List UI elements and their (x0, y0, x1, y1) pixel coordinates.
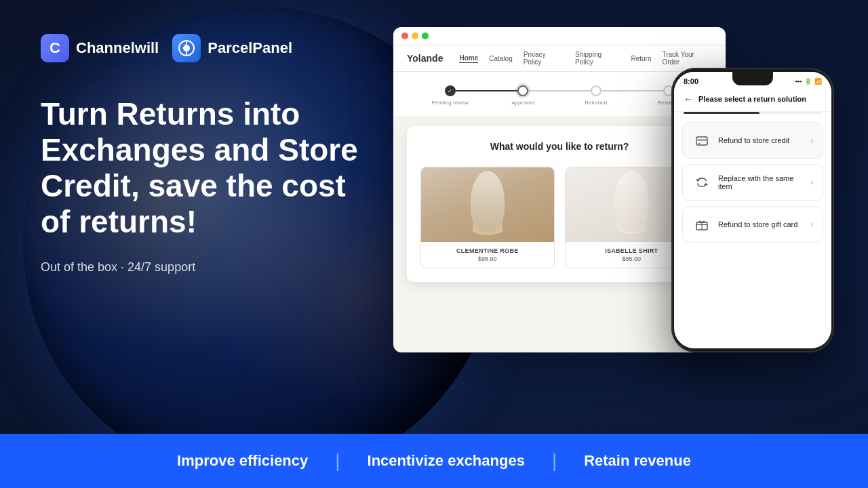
right-panel: Yolande Home Catalog Privacy Policy Ship… (380, 27, 827, 413)
nav-privacy[interactable]: Privacy Policy (524, 51, 564, 66)
browser-top-bar (393, 27, 726, 45)
phone-mockup: 8:00 ▪▪▪ 🔋 📶 ← Please select a return so… (671, 68, 834, 352)
svg-point-4 (479, 174, 496, 192)
svg-point-1 (183, 45, 190, 52)
step-label-3: Returned (585, 100, 607, 106)
phone-header: ← Please select a return solution (674, 88, 831, 112)
option-text-2: Replace with the same item (718, 174, 804, 190)
logo-row: C Channelwill ParcelPanel (41, 34, 380, 62)
nav-return[interactable]: Return (631, 55, 651, 62)
store-logo: Yolande (407, 53, 443, 64)
step-pending-review: ✓ Pending review (414, 85, 487, 106)
channelwill-logo: C Channelwill (41, 34, 159, 62)
bottom-bar: Improve efficiency | Incentivize exchang… (0, 434, 868, 488)
battery-icon: 🔋 (804, 78, 812, 85)
page-content: C Channelwill ParcelPanel (0, 0, 868, 488)
phone-progress-bar (684, 112, 822, 114)
store-nav: Yolande Home Catalog Privacy Policy Ship… (393, 45, 726, 72)
bottom-divider-2: | (552, 450, 557, 472)
phone-screen-title: Please select a return solution (698, 95, 822, 103)
phone-notch (732, 72, 773, 85)
parcelpanel-icon (172, 34, 201, 62)
subtext: Out of the box · 24/7 support (41, 260, 380, 274)
browser-window-controls (401, 33, 429, 39)
step-approved: Approved (487, 85, 560, 106)
modal-header: What would you like to return? × (420, 140, 698, 153)
chevron-icon-3: › (810, 220, 813, 229)
parcelpanel-name: ParcelPanel (208, 39, 292, 57)
wifi-icon: 📶 (814, 78, 822, 85)
phone-screen: 8:00 ▪▪▪ 🔋 📶 ← Please select a return so… (674, 72, 831, 348)
bottom-item-2: Incentivize exchanges (368, 452, 525, 470)
phone-progress-fill (684, 112, 760, 114)
phone-time: 8:00 (684, 77, 698, 85)
replace-icon-svg (695, 176, 709, 189)
signal-icon: ▪▪▪ (795, 78, 802, 85)
phone-status-icons: ▪▪▪ 🔋 📶 (795, 78, 822, 85)
channelwill-icon: C (41, 34, 69, 62)
nav-catalog[interactable]: Catalog (489, 55, 512, 62)
option-text-3: Refund to store gift card (718, 220, 804, 228)
svg-point-5 (624, 173, 639, 190)
parcelpanel-logo: ParcelPanel (172, 34, 292, 62)
gift-card-icon (692, 215, 711, 234)
return-modal: What would you like to return? × (407, 126, 712, 282)
step-circle-3 (591, 85, 601, 96)
product-card-1[interactable]: CLEMENTINE ROBE $98.00 (420, 167, 555, 268)
modal-title: What would you like to return? (434, 141, 685, 152)
bottom-item-3: Retain revenue (584, 452, 691, 470)
chevron-icon-1: › (810, 136, 813, 145)
gift-card-icon-svg (695, 218, 709, 231)
channelwill-icon-letter: C (50, 39, 60, 57)
nav-track[interactable]: Track Your Order (662, 51, 712, 66)
replace-icon (692, 173, 711, 192)
bottom-item-1: Improve efficiency (177, 452, 308, 470)
product-info-1: CLEMENTINE ROBE $98.00 (421, 242, 554, 268)
progress-track: ✓ Pending review Approved Retur (414, 85, 705, 106)
option-text-1: Refund to store credit (718, 136, 804, 144)
phone-option-store-credit[interactable]: Refund to store credit › (682, 122, 823, 159)
store-credit-icon-svg (695, 134, 709, 147)
maximize-dot (422, 33, 429, 39)
back-arrow-icon[interactable]: ← (684, 94, 693, 104)
channelwill-name: Channelwill (76, 39, 159, 57)
product-figure-2 (611, 171, 652, 239)
product-image-1 (421, 167, 554, 242)
close-dot (401, 33, 408, 39)
left-panel: C Channelwill ParcelPanel (41, 27, 380, 413)
minimize-dot (412, 33, 418, 39)
step-circle-1: ✓ (445, 85, 456, 96)
step-returned: Returned (559, 85, 633, 106)
product-cards: CLEMENTINE ROBE $98.00 (420, 167, 698, 268)
chevron-icon-2: › (810, 178, 813, 187)
step-label-1: Pending review (431, 100, 469, 106)
svg-rect-8 (698, 143, 701, 144)
nav-home[interactable]: Home (459, 54, 478, 63)
headline: Turn Returns into Exchanges and Store Cr… (41, 96, 380, 240)
nav-shipping[interactable]: Shipping Policy (575, 51, 620, 66)
step-label-2: Approved (511, 100, 534, 106)
product-price-1: $98.00 (427, 256, 549, 262)
store-credit-icon (692, 131, 711, 150)
step-circle-2 (517, 85, 528, 96)
product-name-1: CLEMENTINE ROBE (427, 247, 549, 254)
phone-option-gift-card[interactable]: Refund to store gift card › (682, 206, 823, 243)
svg-rect-7 (696, 139, 707, 141)
main-section: C Channelwill ParcelPanel (0, 0, 868, 434)
phone-option-replace[interactable]: Replace with the same item › (682, 164, 823, 201)
parcelpanel-icon-svg (178, 39, 195, 57)
bottom-divider-1: | (335, 450, 340, 472)
product-figure-1 (467, 171, 508, 239)
